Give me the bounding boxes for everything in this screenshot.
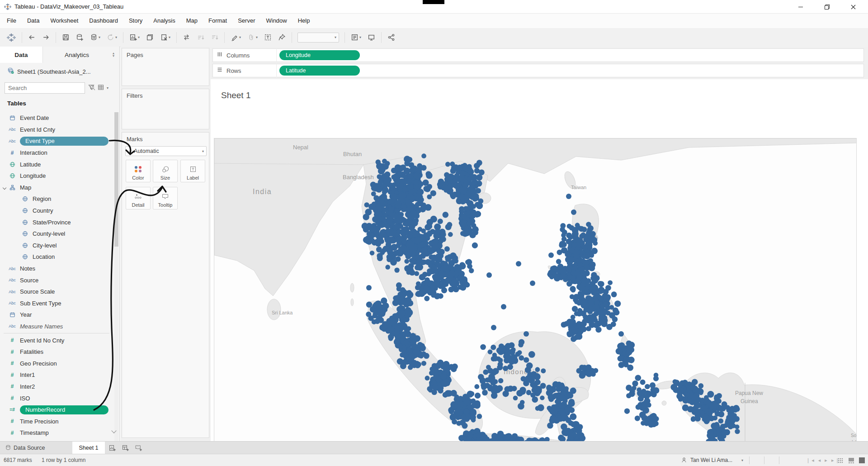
filters-card[interactable]: Filters: [122, 89, 209, 129]
collapse-icon[interactable]: [3, 185, 6, 189]
fit-dropdown[interactable]: ▾: [297, 33, 339, 43]
toolbar-label-icon[interactable]: [262, 32, 274, 43]
toolbar-add-data-icon[interactable]: [74, 32, 86, 43]
field-location[interactable]: Location: [0, 251, 113, 263]
field-inter1[interactable]: #Inter1: [0, 369, 113, 381]
tableau-logo-icon[interactable]: [5, 32, 18, 43]
field-region[interactable]: Region: [0, 193, 113, 205]
sheet-tab-data-source[interactable]: Data Source: [0, 442, 50, 454]
view-as-grid-icon[interactable]: [98, 84, 104, 92]
search-box[interactable]: [5, 82, 85, 94]
field-source-scale[interactable]: AbcSource Scale: [0, 286, 113, 298]
menu-data[interactable]: Data: [22, 14, 45, 28]
toolbar-pause-updates-icon[interactable]: ▾: [88, 32, 103, 43]
toolbar-highlight-icon[interactable]: ▾: [228, 32, 243, 43]
field-notes[interactable]: AbcNotes: [0, 263, 113, 275]
show-sheet-icon[interactable]: [859, 457, 865, 463]
field-time-precision[interactable]: #Time Precision: [0, 415, 113, 427]
field-timestamp[interactable]: #Timestamp: [0, 427, 113, 439]
tab-data[interactable]: Data: [0, 47, 43, 63]
filter-fields-icon[interactable]: [88, 84, 94, 92]
minimize-button[interactable]: [790, 0, 811, 14]
toolbar-save-icon[interactable]: [60, 32, 72, 43]
field-event-id-no-cnty[interactable]: #Event Id No Cnty: [0, 334, 113, 346]
new-dashboard-tab-button[interactable]: [121, 444, 130, 452]
user-menu-caret-icon[interactable]: ▾: [741, 458, 743, 462]
mark-label-button[interactable]: Label: [180, 160, 205, 182]
field-event-id-cnty[interactable]: AbcEvent Id Cnty: [0, 124, 113, 136]
map-canvas[interactable]: NepalBhutanBangladeshIndiaTaiwanPhilippi…: [214, 138, 857, 466]
menu-server[interactable]: Server: [232, 14, 260, 28]
new-worksheet-tab-button[interactable]: [108, 444, 117, 452]
field-iso[interactable]: #ISO: [0, 392, 113, 404]
toolbar-new-worksheet-icon[interactable]: ▾: [127, 32, 142, 43]
menu-map[interactable]: Map: [181, 14, 203, 28]
toolbar-refresh-icon[interactable]: ▾: [104, 32, 119, 43]
user-menu[interactable]: Tan Wei Li Ama...: [690, 457, 732, 463]
show-tabs-icon[interactable]: [837, 457, 844, 465]
pane-expander-icon[interactable]: ▴▾: [113, 52, 114, 57]
field-source[interactable]: AbcSource: [0, 274, 113, 286]
close-button[interactable]: [843, 0, 863, 14]
menu-dashboard[interactable]: Dashboard: [84, 14, 123, 28]
pages-card[interactable]: Pages: [122, 48, 209, 86]
toolbar-share-icon[interactable]: [385, 32, 397, 43]
field-year[interactable]: Year: [0, 309, 113, 321]
field-fatalities[interactable]: #Fatalities: [0, 346, 113, 358]
menu-analysis[interactable]: Analysis: [148, 14, 180, 28]
menu-window[interactable]: Window: [260, 14, 292, 28]
field-latitude[interactable]: Latitude: [0, 158, 113, 170]
menu-format[interactable]: Format: [203, 14, 232, 28]
field-measure-names[interactable]: AbcMeasure Names: [0, 321, 113, 333]
menu-help[interactable]: Help: [292, 14, 316, 28]
field-country[interactable]: Country: [0, 205, 113, 217]
field-event-type[interactable]: AbcEvent Type: [0, 135, 113, 147]
field-city-level[interactable]: City-level: [0, 240, 113, 252]
mark-tooltip-button[interactable]: Tooltip: [153, 187, 178, 209]
field-county-level[interactable]: County-level: [0, 228, 113, 240]
mark-detail-button[interactable]: Detail: [126, 187, 151, 209]
toolbar-redo-icon[interactable]: [40, 32, 52, 43]
mark-type-dropdown[interactable]: ○ Automatic ▾: [125, 146, 207, 156]
fieldlist-scrollbar-thumb[interactable]: [114, 112, 118, 247]
columns-shelf[interactable]: Columns Longitude: [212, 48, 864, 62]
field-numberrecord[interactable]: =#NumberRecord: [0, 404, 113, 416]
toolbar-sort-desc-icon[interactable]: [208, 32, 221, 43]
mark-color-button[interactable]: Color: [126, 160, 151, 182]
field-state-province[interactable]: State/Province: [0, 216, 113, 228]
menu-story[interactable]: Story: [123, 14, 148, 28]
field-event-date[interactable]: Event Date: [0, 112, 113, 124]
toolbar-clear-sheet-icon[interactable]: ▾: [158, 32, 173, 43]
mark-size-button[interactable]: Size: [153, 160, 178, 182]
rows-pill-latitude[interactable]: Latitude: [279, 66, 360, 76]
field-longitude[interactable]: Longitude: [0, 170, 113, 182]
marks-count: 6817 marks: [4, 457, 32, 463]
toolbar-presentation-icon[interactable]: [365, 32, 377, 43]
field-sub-event-type[interactable]: AbcSub Event Type: [0, 298, 113, 309]
toolbar-pin-icon[interactable]: [276, 32, 288, 43]
columns-pill-longitude[interactable]: Longitude: [279, 50, 360, 60]
toolbar-sort-asc-icon[interactable]: [194, 32, 207, 43]
search-input[interactable]: [5, 85, 90, 91]
sheet-tab-sheet-1[interactable]: Sheet 1: [72, 442, 105, 454]
tab-analytics[interactable]: Analytics: [43, 47, 111, 63]
datasource-item[interactable]: Sheet1 (Southeast-Asia_2...: [0, 66, 119, 77]
menu-file[interactable]: File: [1, 14, 22, 28]
toolbar-show-cards-icon[interactable]: ▾: [349, 32, 363, 43]
view-as-caret-icon[interactable]: ▾: [107, 86, 108, 90]
rows-shelf[interactable]: Rows Latitude: [212, 64, 864, 77]
toolbar-group-icon[interactable]: ▾: [245, 32, 260, 43]
menu-worksheet[interactable]: Worksheet: [45, 14, 84, 28]
field-inter2[interactable]: #Inter2: [0, 381, 113, 393]
restore-button[interactable]: [816, 0, 837, 14]
show-filmstrip-icon[interactable]: [848, 457, 854, 465]
field-geo-precision[interactable]: #Geo Precision: [0, 357, 113, 369]
field-map[interactable]: Map: [0, 182, 113, 194]
toolbar-undo-icon[interactable]: [26, 32, 38, 43]
marks-card[interactable]: Marks ○ Automatic ▾ Color Size Label Det…: [122, 132, 209, 438]
page-nav-arrows[interactable]: ❘◂ ◂ ▸ ▸❘: [806, 457, 841, 463]
field-interaction[interactable]: #Interaction: [0, 147, 113, 159]
toolbar-duplicate-icon[interactable]: [144, 32, 156, 43]
toolbar-swap-axes-icon[interactable]: [180, 32, 193, 43]
new-story-tab-button[interactable]: [134, 444, 143, 452]
